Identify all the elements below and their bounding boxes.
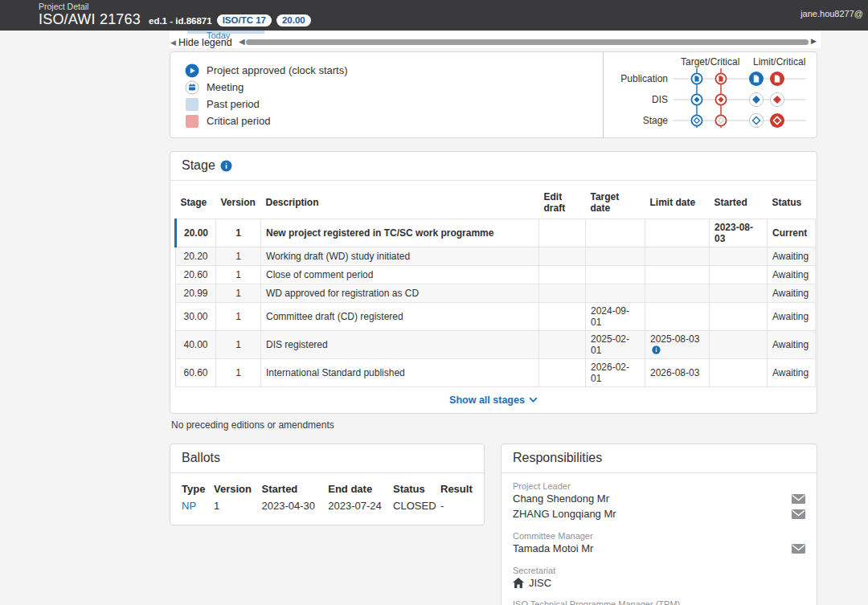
user-account[interactable]: jane.hou8277@ (800, 9, 863, 18)
stage-description-cell: DIS registered (261, 331, 539, 359)
legend-matrix-row-publication: Publication (604, 68, 817, 89)
stage-row[interactable]: 60.601International Standard published20… (176, 359, 816, 387)
ballots-card: Ballots TypeVersionStartedEnd dateStatus… (170, 444, 485, 525)
stage-target-date-cell: 2025-02-01 (586, 331, 645, 359)
person-row: Tamada Motoi Mr (513, 542, 805, 557)
stage-row[interactable]: 40.001DIS registered2025-02-012025-08-03… (176, 331, 816, 359)
stage-target-date-cell (586, 284, 645, 303)
committee-badge[interactable]: ISO/TC 17 (217, 14, 272, 27)
stage-started-cell (710, 284, 768, 303)
stage-description-cell: Committee draft (CD) registered (261, 303, 539, 331)
ballot-type-cell: NP (182, 500, 214, 513)
ballot-status-cell: CLOSED (393, 500, 440, 513)
ballots-column-header: Result (440, 481, 473, 500)
scrollbar-left-arrow-icon[interactable]: ◀ (239, 37, 245, 46)
stage-table-header: StageVersionDescriptionEdit draftTarget … (176, 189, 816, 219)
collapse-left-icon: ◀ (170, 39, 176, 47)
stage-status-cell: Awaiting (768, 331, 816, 359)
stage-section-title: Stage (182, 158, 215, 173)
role-label: Project Leader (513, 481, 805, 491)
preceding-editions-note: No preceding editions or amendments (171, 419, 817, 431)
stage-edit-draft-cell (539, 219, 586, 247)
stage-started-cell (710, 303, 768, 331)
stage-column-header: Status (768, 189, 816, 219)
legend-item-project-approved: Project approved (clock starts) (185, 62, 603, 79)
stage-code-cell: 20.60 (176, 266, 216, 284)
matrix-col-limit: Limit/Critical (753, 56, 805, 67)
stage-status-cell: Awaiting (768, 303, 816, 331)
chevron-down-icon (529, 397, 538, 403)
stage-code-cell: 20.99 (176, 284, 216, 303)
ballots-column-header: Version (214, 481, 262, 500)
stage-status-cell: Awaiting (768, 266, 816, 284)
email-icon[interactable] (792, 544, 805, 554)
legend-matrix-row-stage: Stage (604, 110, 817, 131)
meeting-calendar-icon (185, 80, 199, 95)
stage-column-header: Edit draft (539, 189, 586, 219)
ballots-column-header: Started (262, 481, 329, 500)
stage-symbols-icon (673, 110, 809, 131)
stage-row[interactable]: 20.601Close of comment periodAwaiting (176, 266, 816, 284)
stage-started-cell (710, 266, 768, 284)
role-label: Secretariat (513, 566, 805, 575)
stage-description-cell: Working draft (WD) study initiated (261, 247, 539, 266)
hide-legend-label: Hide legend (178, 37, 232, 48)
ballot-end-date-cell: 2023-07-24 (328, 500, 393, 513)
ballot-type-link[interactable]: NP (182, 500, 196, 512)
legend-item-past-period: Past period (185, 96, 603, 112)
timeline-scrollbar[interactable] (246, 39, 809, 45)
info-icon[interactable] (220, 160, 232, 172)
ballot-started-cell: 2023-04-30 (262, 500, 329, 513)
stage-edit-draft-cell (539, 359, 586, 387)
stage-column-header: Version (216, 189, 261, 219)
stage-code-cell: 30.00 (176, 303, 216, 331)
legend-matrix-row-dis: DIS (604, 89, 817, 110)
stage-status-cell: Awaiting (768, 359, 816, 387)
stage-version-cell: 1 (216, 331, 261, 359)
stage-limit-date-cell (645, 266, 710, 284)
show-all-stages-link[interactable]: Show all stages (449, 394, 538, 406)
stage-card: Stage StageVersionDescriptionEdit draftT… (170, 151, 817, 414)
stage-code-cell: 20.20 (176, 247, 216, 266)
stage-status-cell: Current (768, 219, 816, 247)
stage-row[interactable]: 20.201Working draft (WD) study initiated… (176, 247, 816, 266)
person-name: ZHANG Longqiang Mr (513, 507, 616, 522)
matrix-col-target: Target/Critical (681, 56, 739, 67)
stage-code-cell: 60.60 (176, 359, 216, 387)
stage-column-header: Stage (176, 189, 216, 219)
stage-version-cell: 1 (216, 219, 261, 247)
stage-version-cell: 1 (216, 266, 261, 284)
scrollbar-right-arrow-icon[interactable]: ▶ (811, 37, 817, 45)
responsibilities-section-title: Responsibilities (513, 451, 602, 465)
stage-status-cell: Awaiting (768, 247, 816, 266)
hide-legend-toggle[interactable]: ◀ Hide legend (170, 37, 232, 48)
ballots-section-title: Ballots (182, 451, 220, 465)
stage-target-date-cell (586, 247, 645, 266)
stage-target-date-cell (586, 266, 645, 284)
stage-row[interactable]: 20.001New project registered in TC/SC wo… (176, 219, 816, 247)
stage-code-cell: 20.00 (176, 219, 216, 247)
stage-target-date-cell: 2026-02-01 (586, 359, 645, 387)
stage-limit-date-cell (645, 219, 710, 247)
project-edition-id: ed.1 - id.86871 (149, 16, 212, 26)
email-icon[interactable] (792, 494, 805, 504)
app-header: Project Detail ISO/AWI 21763 ed.1 - id.8… (0, 0, 868, 31)
role-label: ISO Technical Programme Manager (TPM) (513, 599, 805, 605)
ballots-table: TypeVersionStartedEnd dateStatusResult N… (182, 481, 473, 513)
project-title: ISO/AWI 21763 (39, 11, 141, 28)
stage-edit-draft-cell (539, 331, 586, 359)
stage-version-cell: 1 (216, 284, 261, 303)
ballots-column-header: Status (393, 481, 440, 500)
legend-item-critical-period: Critical period (185, 112, 603, 129)
play-circle-icon (185, 63, 199, 78)
stage-row[interactable]: 20.991WD approved for registration as CD… (176, 284, 816, 303)
stage-limit-date-cell: 2025-08-03 (645, 331, 710, 359)
past-period-swatch (186, 98, 199, 111)
stage-row[interactable]: 30.001Committee draft (CD) registered202… (176, 303, 816, 331)
email-icon[interactable] (792, 509, 805, 519)
legend-card: Project approved (clock starts) Meeting … (170, 51, 817, 138)
stage-code-badge[interactable]: 20.00 (276, 14, 311, 27)
stage-limit-date-cell (645, 284, 710, 303)
limit-date-info-icon[interactable] (650, 345, 661, 356)
dis-symbols-icon (673, 89, 809, 110)
